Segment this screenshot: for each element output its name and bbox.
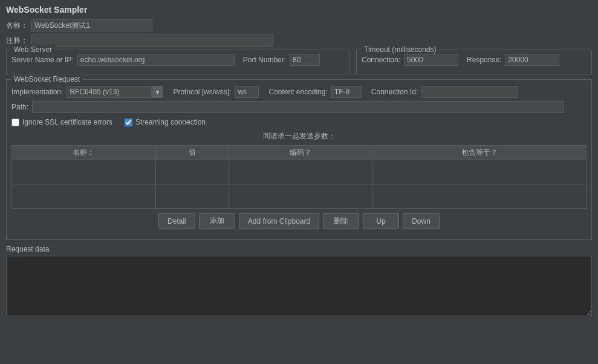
server-name-input[interactable] xyxy=(77,54,235,66)
implementation-row: Implementation: RFC6455 (v13) Hybi-10 Hy… xyxy=(11,86,587,98)
protocol-input[interactable] xyxy=(235,86,259,98)
col-value: 值 xyxy=(155,146,229,160)
streaming-label: Streaming connection xyxy=(135,118,206,126)
connection-timeout-label: Connection: xyxy=(362,56,400,64)
param-value-cell xyxy=(155,184,229,209)
path-input[interactable] xyxy=(32,101,564,113)
implementation-select-wrapper: RFC6455 (v13) Hybi-10 Hybi-00 ▼ xyxy=(67,86,163,98)
request-data-textarea[interactable] xyxy=(6,256,592,316)
comment-row: 注释： xyxy=(6,34,592,47)
implementation-label: Implementation: xyxy=(11,88,63,96)
comment-input[interactable] xyxy=(31,34,273,47)
params-title: 同请求一起发送参数： xyxy=(11,131,587,141)
ws-request-box: WebSocket Request Implementation: RFC645… xyxy=(6,79,592,240)
ignore-ssl-item: Ignore SSL certificate errors xyxy=(11,118,112,126)
comment-label: 注释： xyxy=(6,36,28,46)
request-data-section: Request data xyxy=(6,245,592,318)
table-row xyxy=(12,184,587,209)
col-name: 名称： xyxy=(12,146,156,160)
param-encode-cell xyxy=(229,184,372,209)
port-input[interactable] xyxy=(290,54,320,66)
up-button[interactable]: Up xyxy=(363,213,399,229)
buttons-row: Detail 添加 Add from Clipboard 删除 Up Down xyxy=(11,213,587,229)
server-fields: Server Name or IP: Port Number: xyxy=(11,54,345,66)
page-title: WebSocket Sampler xyxy=(6,5,592,15)
param-include-cell xyxy=(372,160,587,184)
server-timeout-row: Web Server Server Name or IP: Port Numbe… xyxy=(6,50,592,74)
response-timeout-label: Response: xyxy=(467,56,501,64)
checkbox-row: Ignore SSL certificate errors Streaming … xyxy=(11,118,587,126)
port-label: Port Number: xyxy=(243,56,286,64)
ignore-ssl-checkbox[interactable] xyxy=(11,119,19,126)
protocol-label: Protocol [ws/wss]: xyxy=(173,88,231,96)
web-server-title: Web Server xyxy=(11,45,54,54)
add-button[interactable]: 添加 xyxy=(199,213,235,229)
response-timeout-input[interactable] xyxy=(505,54,559,66)
detail-button[interactable]: Detail xyxy=(158,213,195,229)
path-row: Path: xyxy=(11,101,587,113)
delete-button[interactable]: 删除 xyxy=(323,213,359,229)
web-server-box: Web Server Server Name or IP: Port Numbe… xyxy=(6,50,350,74)
params-table: 名称： 值 编码？ 包含等于？ xyxy=(11,145,587,209)
connection-id-input[interactable] xyxy=(421,86,518,98)
ws-request-title: WebSocket Request xyxy=(11,75,82,83)
param-encode-cell xyxy=(229,160,372,184)
col-encode: 编码？ xyxy=(229,146,372,160)
param-value-cell xyxy=(155,160,229,184)
timeout-fields: Connection: Response: xyxy=(362,54,587,66)
streaming-item: Streaming connection xyxy=(125,118,206,126)
ignore-ssl-label: Ignore SSL certificate errors xyxy=(22,118,112,126)
col-include: 包含等于？ xyxy=(372,146,587,160)
table-row xyxy=(12,160,587,184)
server-name-label: Server Name or IP: xyxy=(11,56,74,64)
name-label: 名称： xyxy=(6,21,28,31)
name-input[interactable] xyxy=(31,19,152,31)
connection-timeout-input[interactable] xyxy=(404,54,458,66)
param-include-cell xyxy=(372,184,587,209)
down-button[interactable]: Down xyxy=(403,213,440,229)
timeout-box: Timeout (milliseconds) Connection: Respo… xyxy=(356,50,592,74)
param-name-cell xyxy=(12,160,156,184)
main-container: WebSocket Sampler 名称： 注释： Web Server Ser… xyxy=(0,0,598,324)
request-data-label: Request data xyxy=(6,245,592,253)
param-name-cell xyxy=(12,184,156,209)
encoding-label: Content encoding: xyxy=(268,88,327,96)
connection-id-label: Connection Id: xyxy=(371,88,418,96)
name-row: 名称： xyxy=(6,19,592,31)
path-label: Path: xyxy=(11,103,28,111)
encoding-input[interactable] xyxy=(331,86,362,98)
add-clipboard-button[interactable]: Add from Clipboard xyxy=(239,213,319,229)
streaming-checkbox[interactable] xyxy=(125,119,132,126)
implementation-select[interactable]: RFC6455 (v13) Hybi-10 Hybi-00 xyxy=(67,86,163,98)
timeout-title: Timeout (milliseconds) xyxy=(362,45,439,54)
